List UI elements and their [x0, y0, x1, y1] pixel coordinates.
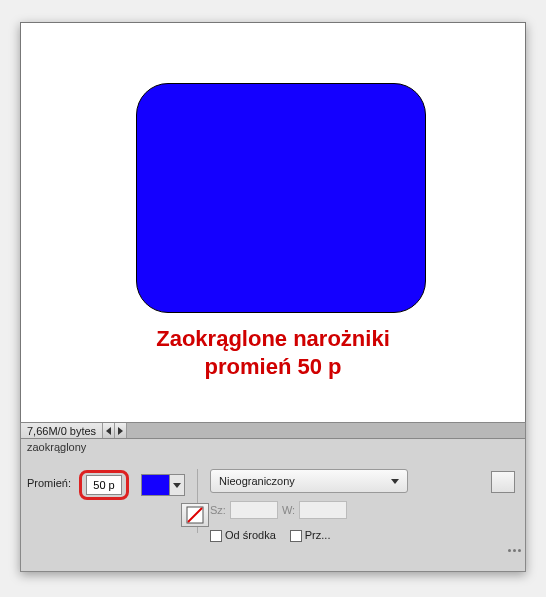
radius-label: Promień: — [27, 477, 71, 489]
radius-input[interactable] — [86, 475, 122, 495]
status-bar: 7,66M/0 bytes — [20, 422, 526, 439]
chevron-left-icon — [106, 427, 111, 435]
dimensions-row: Sz: W: — [210, 501, 408, 519]
scroll-left-button[interactable] — [103, 423, 115, 438]
checkbox-icon — [210, 530, 222, 542]
tool-options-panel: zaokrąglony Promień: Nieograniczony Sz: — [20, 439, 526, 572]
fill-color-swatch — [142, 475, 170, 495]
checkbox-row: Od środka Prz... — [210, 529, 408, 542]
chevron-down-icon — [391, 479, 399, 484]
snap-checkbox[interactable]: Prz... — [290, 529, 331, 542]
shape-preset-label: zaokrąglony — [27, 441, 86, 453]
document-canvas[interactable]: Zaokrąglone narożniki promień 50 p — [20, 22, 526, 422]
constrain-dropdown[interactable]: Nieograniczony — [210, 469, 408, 493]
width-input[interactable] — [230, 501, 278, 519]
checkbox-icon — [290, 530, 302, 542]
chevron-down-icon — [173, 483, 181, 488]
fill-color-dropdown[interactable] — [170, 475, 184, 495]
height-input[interactable] — [299, 501, 347, 519]
no-style-icon — [186, 506, 204, 524]
rounded-rectangle-shape[interactable] — [136, 83, 426, 313]
from-center-checkbox[interactable]: Od środka — [210, 529, 276, 542]
panel-resize-grip[interactable] — [508, 549, 521, 552]
height-label: W: — [282, 504, 295, 516]
scroll-right-button[interactable] — [115, 423, 127, 438]
chevron-right-icon — [118, 427, 123, 435]
width-label: Sz: — [210, 504, 226, 516]
annotation-line-2: promień 50 p — [205, 354, 342, 379]
app-frame: Zaokrąglone narożniki promień 50 p 7,66M… — [20, 22, 526, 572]
constrain-selected-label: Nieograniczony — [219, 475, 295, 487]
document-size-readout: 7,66M/0 bytes — [21, 423, 103, 438]
annotation-line-1: Zaokrąglone narożniki — [156, 326, 390, 351]
radius-highlight-callout — [79, 470, 129, 500]
horizontal-scrollbar[interactable] — [127, 423, 525, 438]
fill-color-picker[interactable] — [141, 474, 185, 496]
no-style-button[interactable] — [181, 503, 209, 527]
secondary-color-swatch[interactable] — [491, 471, 515, 493]
annotation-text: Zaokrąglone narożniki promień 50 p — [21, 325, 525, 380]
